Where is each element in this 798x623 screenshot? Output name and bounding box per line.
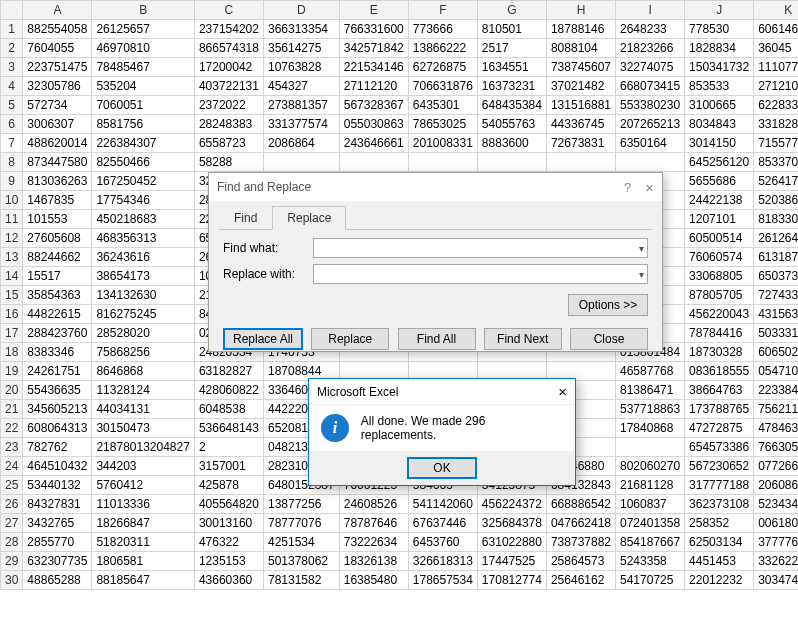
- cell[interactable]: 572734: [23, 96, 92, 115]
- cell[interactable]: 62726875: [408, 58, 477, 77]
- cell[interactable]: 17200042: [194, 58, 263, 77]
- cell[interactable]: 431563670: [754, 305, 798, 324]
- cell[interactable]: 7604055: [23, 39, 92, 58]
- row-header[interactable]: 20: [1, 381, 23, 400]
- cell[interactable]: 44822615: [23, 305, 92, 324]
- cell[interactable]: 553380230: [616, 96, 685, 115]
- cell[interactable]: 38664763: [685, 381, 754, 400]
- cell[interactable]: 6503737: [754, 267, 798, 286]
- cell[interactable]: 2855770: [23, 533, 92, 552]
- cell[interactable]: 15517: [23, 267, 92, 286]
- cell[interactable]: 81386471: [616, 381, 685, 400]
- cell[interactable]: 87805705: [685, 286, 754, 305]
- cell[interactable]: 17840868: [616, 419, 685, 438]
- cell[interactable]: [339, 153, 408, 172]
- cell[interactable]: 44034131: [92, 400, 194, 419]
- cell[interactable]: 8383346: [23, 343, 92, 362]
- cell[interactable]: 78653025: [408, 115, 477, 134]
- cell[interactable]: 71557737: [754, 134, 798, 153]
- cell[interactable]: 11328124: [92, 381, 194, 400]
- replace-all-button[interactable]: Replace All: [223, 328, 303, 350]
- cell[interactable]: 853533: [685, 77, 754, 96]
- cell[interactable]: 13877256: [263, 495, 339, 514]
- column-header-H[interactable]: H: [546, 1, 615, 20]
- cell[interactable]: 221534146: [339, 58, 408, 77]
- cell[interactable]: 055030863: [339, 115, 408, 134]
- cell[interactable]: 11107731: [754, 58, 798, 77]
- cell[interactable]: 476322: [194, 533, 263, 552]
- cell[interactable]: 077266374: [754, 457, 798, 476]
- row-header[interactable]: 18: [1, 343, 23, 362]
- row-header[interactable]: 22: [1, 419, 23, 438]
- cell[interactable]: [263, 153, 339, 172]
- cell[interactable]: 17754346: [92, 191, 194, 210]
- cell[interactable]: 43660360: [194, 571, 263, 590]
- cell[interactable]: 28248383: [194, 115, 263, 134]
- cell[interactable]: 331377574: [263, 115, 339, 134]
- close-button[interactable]: Close: [570, 328, 648, 350]
- cell[interactable]: 75868256: [92, 343, 194, 362]
- cell[interactable]: 853370246: [754, 153, 798, 172]
- cell[interactable]: 5033314: [754, 324, 798, 343]
- cell[interactable]: 78131582: [263, 571, 339, 590]
- cell[interactable]: 6350164: [616, 134, 685, 153]
- cell[interactable]: 1806581: [92, 552, 194, 571]
- cell[interactable]: 456224372: [477, 495, 546, 514]
- row-header[interactable]: 1: [1, 20, 23, 39]
- cell[interactable]: 51820311: [92, 533, 194, 552]
- cell[interactable]: 8883600: [477, 134, 546, 153]
- cell[interactable]: 28528020: [92, 324, 194, 343]
- cell[interactable]: 006180013: [754, 514, 798, 533]
- cell[interactable]: 37021482: [546, 77, 615, 96]
- cell[interactable]: [616, 153, 685, 172]
- cell[interactable]: 631022880: [477, 533, 546, 552]
- cell[interactable]: 76060574: [685, 248, 754, 267]
- column-header-J[interactable]: J: [685, 1, 754, 20]
- cell[interactable]: 773666: [408, 20, 477, 39]
- cell[interactable]: 18326138: [339, 552, 408, 571]
- cell[interactable]: 170812774: [477, 571, 546, 590]
- row-header[interactable]: 14: [1, 267, 23, 286]
- cell[interactable]: 5243358: [616, 552, 685, 571]
- cell[interactable]: 3157001: [194, 457, 263, 476]
- cell[interactable]: 261264461: [754, 229, 798, 248]
- cell[interactable]: 054710100: [754, 362, 798, 381]
- cell[interactable]: 326618313: [408, 552, 477, 571]
- cell[interactable]: 206086554: [754, 476, 798, 495]
- cell[interactable]: 11013336: [92, 495, 194, 514]
- cell[interactable]: 1235153: [194, 552, 263, 571]
- cell[interactable]: 27112120: [339, 77, 408, 96]
- row-header[interactable]: 19: [1, 362, 23, 381]
- cell[interactable]: 1467835: [23, 191, 92, 210]
- cell[interactable]: 78777076: [263, 514, 339, 533]
- cell[interactable]: 403722131: [194, 77, 263, 96]
- cell[interactable]: 8183304: [754, 210, 798, 229]
- cell[interactable]: 54170725: [616, 571, 685, 590]
- row-header[interactable]: 24: [1, 457, 23, 476]
- cell[interactable]: 18266847: [92, 514, 194, 533]
- cell[interactable]: 778530: [685, 20, 754, 39]
- cell[interactable]: 567328367: [339, 96, 408, 115]
- row-header[interactable]: 8: [1, 153, 23, 172]
- cell[interactable]: 25646162: [546, 571, 615, 590]
- cell[interactable]: 4451453: [685, 552, 754, 571]
- cell[interactable]: 6558723: [194, 134, 263, 153]
- cell[interactable]: 10763828: [263, 58, 339, 77]
- cell[interactable]: 6228334: [754, 96, 798, 115]
- cell[interactable]: 7060051: [92, 96, 194, 115]
- cell[interactable]: 782762: [23, 438, 92, 457]
- cell[interactable]: 226384307: [92, 134, 194, 153]
- close-icon[interactable]: ×: [558, 383, 567, 400]
- cell[interactable]: 178657534: [408, 571, 477, 590]
- cell[interactable]: 46587768: [616, 362, 685, 381]
- cell[interactable]: 223751475: [23, 58, 92, 77]
- cell[interactable]: 537718863: [616, 400, 685, 419]
- cell[interactable]: 2: [194, 438, 263, 457]
- row-header[interactable]: 5: [1, 96, 23, 115]
- cell[interactable]: 8034843: [685, 115, 754, 134]
- cell[interactable]: 1060837: [616, 495, 685, 514]
- cell[interactable]: 8088104: [546, 39, 615, 58]
- row-header[interactable]: 9: [1, 172, 23, 191]
- row-header[interactable]: 13: [1, 248, 23, 267]
- cell[interactable]: 362373108: [685, 495, 754, 514]
